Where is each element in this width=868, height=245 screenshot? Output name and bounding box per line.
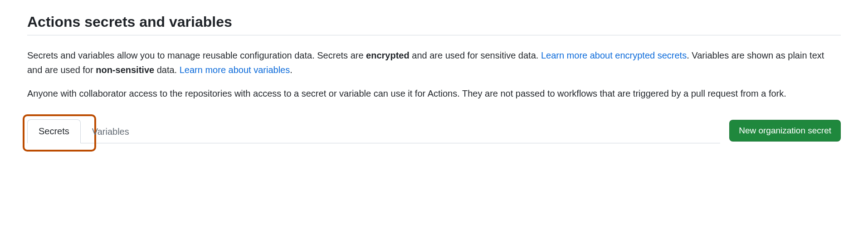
- tabs-wrapper: Secrets Variables: [27, 119, 141, 143]
- description-paragraph-2: Anyone with collaborator access to the r…: [27, 86, 841, 101]
- desc-text: and are used for sensitive data.: [410, 50, 541, 60]
- desc-text: .: [290, 65, 293, 75]
- description-paragraph-1: Secrets and variables allow you to manag…: [27, 48, 841, 77]
- new-organization-secret-button[interactable]: New organization secret: [729, 120, 841, 142]
- tabs-container: Secrets Variables: [27, 119, 720, 143]
- desc-bold-nonsensitive: non-sensitive: [96, 65, 154, 75]
- tab-bar: Secrets Variables New organization secre…: [27, 119, 841, 143]
- tab-variables[interactable]: Variables: [81, 120, 141, 143]
- desc-text: data.: [154, 65, 180, 75]
- desc-text: Secrets and variables allow you to manag…: [27, 50, 366, 60]
- learn-more-secrets-link[interactable]: Learn more about encrypted secrets: [541, 50, 687, 60]
- page-title: Actions secrets and variables: [27, 14, 841, 35]
- tab-secrets[interactable]: Secrets: [27, 119, 81, 143]
- learn-more-variables-link[interactable]: Learn more about variables: [180, 65, 290, 75]
- desc-bold-encrypted: encrypted: [366, 50, 410, 60]
